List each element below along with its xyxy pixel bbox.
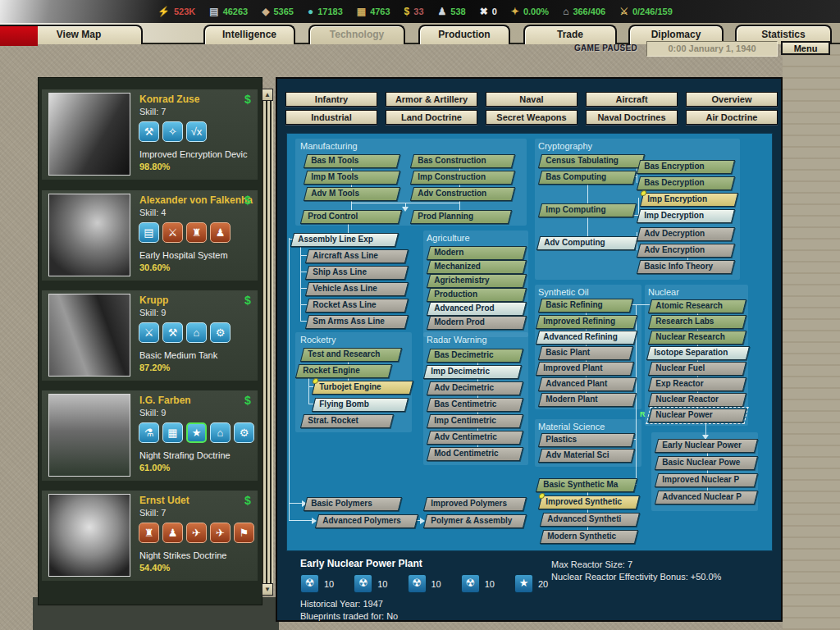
tech-imp-computing[interactable]: Imp Computing [538, 203, 637, 217]
tech-basic-nuclear-power[interactable]: Basic Nuclear Powe [655, 456, 758, 470]
tech-adv-centimetric[interactable]: Adv Centimetric [427, 431, 523, 445]
tab-production[interactable]: Production [418, 25, 510, 44]
tech-polymer-and-assembly[interactable]: Polymer & Assembly [423, 514, 527, 528]
tech-prod-control[interactable]: Prod Control [300, 210, 402, 224]
tech-nuclear-reactor[interactable]: Nuclear Reactor [648, 393, 746, 407]
tech-atomic-research[interactable]: Atomic Research [648, 299, 746, 313]
tech-nuclear-research[interactable]: Nuclear Research [648, 331, 746, 345]
tech-tab-naval-doctrines[interactable]: Naval Doctrines [586, 110, 678, 125]
training-icon: ⚑ [234, 523, 254, 543]
tech-adv-m-tools[interactable]: Adv M Tools [304, 187, 400, 201]
tech-rocket-ass-line[interactable]: Rocket Ass Line [305, 299, 409, 313]
logistics-icon: ♜ [186, 222, 207, 243]
tech-research-labs[interactable]: Research Labs [648, 315, 746, 329]
tech-advanced-nuclear-power[interactable]: Advanced Nuclear P [655, 491, 758, 504]
tech-mod-centimetric[interactable]: Mod Centimetric [427, 447, 523, 461]
tech-advanced-plant[interactable]: Advanced Plant [538, 377, 637, 391]
tech-prod-planning[interactable]: Prod Planning [410, 210, 512, 224]
tech-adv-decryption[interactable]: Adv Decryption [637, 227, 735, 241]
tech-tab-secret-weapons[interactable]: Secret Weapons [486, 110, 578, 125]
tech-turbojet-engine[interactable]: Turbojet Engine [312, 381, 413, 395]
tab-technology[interactable]: Technology [308, 25, 405, 44]
tech-bas-decryption[interactable]: Bas Decryption [637, 176, 735, 190]
tech-imp-decryption[interactable]: Imp Decryption [637, 209, 735, 223]
tech-label: Adv Decimetric [429, 382, 521, 393]
tech-basic-synthetic-materials[interactable]: Basic Synthetic Ma [536, 478, 637, 492]
tech-imp-decimetric[interactable]: Imp Decimetric [423, 365, 522, 379]
team-list-scrollbar[interactable]: ▲ ▼ [262, 89, 273, 596]
tech-adv-computing[interactable]: Adv Computing [536, 236, 638, 250]
tech-tab-air-doctrine[interactable]: Air Doctrine [686, 110, 778, 125]
tech-bas-construction[interactable]: Bas Construction [410, 154, 515, 168]
tech-improved-plant[interactable]: Improved Plant [536, 362, 634, 376]
menu-button[interactable]: Menu [781, 41, 830, 55]
tech-advanced-polymers[interactable]: Advanced Polymers [315, 514, 418, 528]
tech-tab-land-doctrine[interactable]: Land Doctrine [386, 110, 477, 125]
tech-assembly-line-exp[interactable]: Assembly Line Exp [290, 233, 399, 247]
tech-imp-encryption[interactable]: Imp Encryption [640, 193, 738, 207]
tech-early-nuclear-power[interactable]: Early Nuclear Power [655, 439, 758, 453]
tech-tab-infantry[interactable]: Infantry [285, 92, 377, 107]
tech-label: Modern Plant [541, 394, 634, 404]
tech-improved-refining[interactable]: Improved Refining [536, 315, 637, 329]
tech-team-card[interactable]: Krupp Skill: 9 $ ⚔ ⚒ ⌂ ⚙ Basic Medium Ta… [42, 290, 258, 381]
tech-test-and-research[interactable]: Test and Research [300, 348, 402, 362]
tech-team-card[interactable]: I.G. Farben Skill: 9 $ ⚗ ▦ ★ ⌂ ⚙ Night S… [42, 390, 258, 481]
tech-census-tabulating[interactable]: Census Tabulating [538, 154, 645, 168]
tech-tab-armor-artillery[interactable]: Armor & Artillery [386, 92, 477, 107]
tech-team-card[interactable]: Konrad Zuse Skill: 7 $ ⚒ ✧ √x Improved E… [42, 89, 258, 180]
tech-advanced-refining[interactable]: Advanced Refining [536, 331, 637, 345]
tech-isotope-separation[interactable]: Isotope Separation [646, 346, 750, 360]
tech-bas-encryption[interactable]: Bas Encryption [637, 160, 735, 174]
tech-basic-plant[interactable]: Basic Plant [538, 346, 633, 360]
tech-rocket-engine[interactable]: Rocket Engine [295, 364, 392, 378]
tech-plastics[interactable]: Plastics [538, 433, 635, 447]
tech-vehicle-ass-line[interactable]: Vehicle Ass Line [305, 282, 409, 296]
tech-improved-synthetic[interactable]: Improved Synthetic [538, 495, 640, 509]
tech-nuclear-fuel[interactable]: Nuclear Fuel [648, 362, 746, 376]
tech-basic-polymers[interactable]: Basic Polymers [304, 497, 402, 511]
tech-agri-mechanized[interactable]: Mechanized [427, 260, 527, 274]
tech-agri-production[interactable]: Production [427, 288, 527, 302]
tech-sm-arms-ass-line[interactable]: Sm Arms Ass Line [305, 315, 409, 329]
scroll-down-button[interactable]: ▼ [262, 583, 273, 596]
tech-modern-plant[interactable]: Modern Plant [538, 393, 637, 407]
tech-imp-centimetric[interactable]: Imp Centimetric [427, 414, 523, 428]
tech-tab-naval[interactable]: Naval [486, 92, 578, 107]
tech-agri-advanced-prod[interactable]: Advanced Prod [427, 302, 527, 316]
tech-improved-polymers[interactable]: Improved Polymers [423, 497, 527, 511]
tech-agrichemistry[interactable]: Agrichemistry [427, 274, 527, 288]
tab-intelligence[interactable]: Intelligence [203, 25, 295, 44]
tech-adv-material-sci[interactable]: Adv Material Sci [538, 449, 635, 463]
tech-imp-m-tools[interactable]: Imp M Tools [304, 171, 400, 185]
tech-bas-computing[interactable]: Bas Computing [538, 171, 637, 185]
tech-exp-reactor[interactable]: Exp Reactor [648, 377, 746, 391]
tech-team-card[interactable]: Alexander von Falkenha Skill: 4 $ ▤ ⚔ ♜ … [42, 190, 258, 281]
tech-tab-industrial[interactable]: Industrial [285, 110, 377, 125]
tech-bas-m-tools[interactable]: Bas M Tools [304, 154, 400, 168]
tech-agri-modern-prod[interactable]: Modern Prod [427, 316, 527, 330]
tech-modern-synthetic[interactable]: Modern Synthetic [540, 530, 638, 544]
tech-imp-construction[interactable]: Imp Construction [410, 171, 515, 185]
tech-tab-overview[interactable]: Overview [686, 92, 778, 107]
tab-trade[interactable]: Trade [523, 25, 617, 44]
resource-manpower: ♟538 [438, 7, 466, 16]
tech-adv-encryption[interactable]: Adv Encryption [637, 244, 735, 258]
tech-agri-modern[interactable]: Modern [427, 246, 527, 260]
tech-aircraft-ass-line[interactable]: Aircraft Ass Line [305, 249, 409, 263]
tech-nuclear-power[interactable]: Nuclear Power [648, 409, 746, 422]
tech-advanced-synthetic[interactable]: Advanced Syntheti [540, 513, 640, 527]
tech-team-card[interactable]: Ernst Udet Skill: 7 $ ♜ ♟ ✈ ✈ ⚑ Night St… [42, 491, 258, 581]
tech-bas-decimetric[interactable]: Bas Decimetric [427, 349, 523, 363]
tech-improved-nuclear-power[interactable]: Improved Nuclear P [655, 473, 758, 487]
tech-basic-refining[interactable]: Basic Refining [538, 299, 633, 313]
tech-strat-rocket[interactable]: Strat. Rocket [300, 414, 394, 428]
tech-flying-bomb[interactable]: Flying Bomb [312, 398, 409, 412]
tech-basic-info-theory[interactable]: Basic Info Theory [637, 260, 735, 274]
scroll-up-button[interactable]: ▲ [262, 89, 273, 101]
tech-adv-construction[interactable]: Adv Construction [410, 187, 515, 201]
tech-ship-ass-line[interactable]: Ship Ass Line [305, 266, 409, 280]
tech-bas-centimetric[interactable]: Bas Centimetric [427, 398, 523, 412]
tech-tab-aircraft[interactable]: Aircraft [586, 92, 678, 107]
tech-adv-decimetric[interactable]: Adv Decimetric [427, 381, 523, 395]
